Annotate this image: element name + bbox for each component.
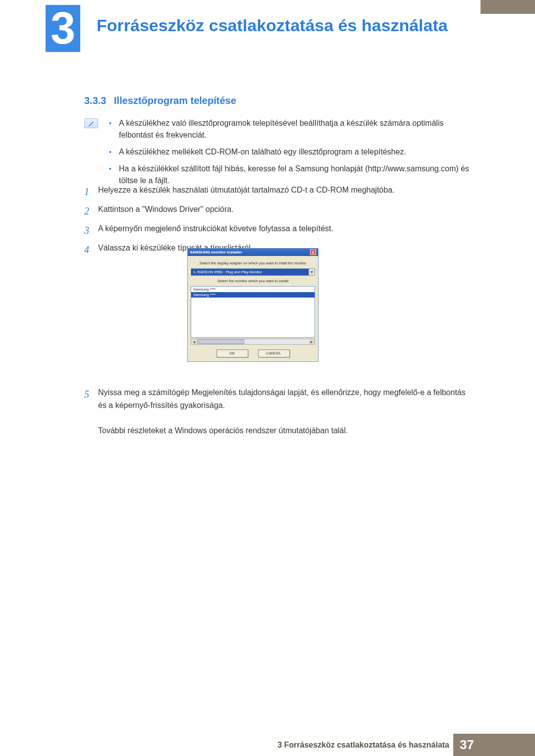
list-item[interactable]: Samsung **** <box>191 287 315 292</box>
bullet-item: A készülékhez mellékelt CD-ROM-on találh… <box>109 146 471 158</box>
installer-label-monitor: Select the monitor which you want to ins… <box>191 279 315 283</box>
scroll-left-icon[interactable]: ◄ <box>191 339 197 344</box>
step-number: 1 <box>84 184 98 200</box>
list-item[interactable]: Samsung **** <box>191 292 315 298</box>
installer-title: SAMSUNG monitor installer <box>190 250 242 254</box>
page-footer: 3 Forráseszköz csatlakoztatása és haszná… <box>0 734 535 756</box>
footer-chapter-label: 3 Forráseszköz csatlakoztatása és haszná… <box>277 741 449 750</box>
chevron-down-icon[interactable]: ▼ <box>309 269 315 275</box>
page-number: 37 <box>453 734 481 756</box>
scroll-right-icon[interactable]: ► <box>309 339 315 344</box>
step-number: 4 <box>84 242 98 257</box>
step-row: 1 Helyezze a készülék használati útmutat… <box>84 184 471 200</box>
installer-dialog: SAMSUNG monitor installer × Select the d… <box>187 248 319 362</box>
chapter-number-box: 3 <box>46 5 80 52</box>
step-text: Kattintson a "Windows Driver" opcióra. <box>98 203 471 219</box>
step-number: 2 <box>84 203 98 219</box>
note-bullets: A készülékhez való illesztőprogramok tel… <box>109 117 471 192</box>
installer-titlebar: SAMSUNG monitor installer × <box>188 249 318 256</box>
horizontal-scrollbar[interactable]: ◄ ► <box>191 339 315 345</box>
installer-label-adapter: Select the display adapter on which you … <box>191 261 315 265</box>
step-row: 2 Kattintson a "Windows Driver" opcióra. <box>84 203 471 219</box>
chapter-number: 3 <box>46 5 80 52</box>
note-icon <box>84 118 98 128</box>
scroll-track[interactable] <box>197 339 309 344</box>
steps-after: 5 Nyissa meg a számítógép Megjelenítés t… <box>84 386 471 441</box>
section-title: Illesztőprogram telepítése <box>114 95 236 106</box>
ok-button[interactable]: OK <box>216 350 248 357</box>
step-text: A képernyőn megjelenő instrukciókat köve… <box>98 223 471 238</box>
footer-stripe <box>481 734 535 756</box>
step-row: 3 A képernyőn megjelenő instrukciókat kö… <box>84 223 471 238</box>
monitor-list[interactable]: Samsung **** Samsung **** <box>191 286 315 338</box>
step-text: Helyezze a készülék használati útmutatój… <box>98 184 471 200</box>
section-number: 3.3.3 <box>84 95 106 106</box>
adapter-select-value: 1. RADEON 9550 : Plug and Play Monitor <box>191 269 309 275</box>
adapter-select[interactable]: 1. RADEON 9550 : Plug and Play Monitor ▼ <box>191 268 315 276</box>
step-text: Nyissa meg a számítógép Megjelenítés tul… <box>98 386 471 437</box>
close-icon[interactable]: × <box>310 250 316 255</box>
scroll-thumb[interactable] <box>197 339 244 344</box>
bullet-item: Ha a készülékkel szállított fájl hibás, … <box>109 163 471 187</box>
top-right-stripe <box>481 0 535 14</box>
step-number: 3 <box>84 223 98 238</box>
step-row: 5 Nyissa meg a számítógép Megjelenítés t… <box>84 386 471 437</box>
bullet-item: A készülékhez való illesztőprogramok tel… <box>109 117 471 141</box>
section-heading: 3.3.3 Illesztőprogram telepítése <box>84 95 236 106</box>
step-number: 5 <box>84 386 98 437</box>
chapter-title: Forráseszköz csatlakoztatása és használa… <box>97 16 448 35</box>
cancel-button[interactable]: CANCEL <box>258 350 290 357</box>
